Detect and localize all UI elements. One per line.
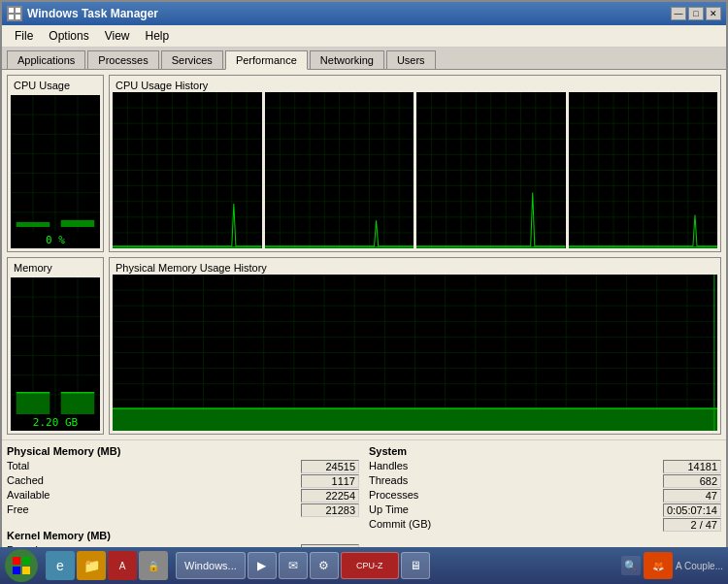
- svg-rect-14: [17, 222, 50, 227]
- folder-icon[interactable]: 📁: [77, 551, 106, 580]
- tray-search[interactable]: 🔍: [621, 556, 641, 575]
- svg-rect-107: [61, 393, 95, 414]
- stat-label-processes: Processes: [369, 489, 418, 503]
- svg-rect-2: [9, 15, 14, 19]
- menu-options[interactable]: Options: [41, 27, 96, 45]
- menu-view[interactable]: View: [97, 27, 138, 45]
- stat-label-commit: Commit (GB): [369, 518, 431, 532]
- svg-rect-1: [16, 8, 20, 13]
- taskbar: e 📁 A 🔒 Windows... ▶ ✉ ⚙: [0, 547, 728, 584]
- cpu-history-panel: CPU Usage History: [109, 75, 721, 252]
- svg-rect-0: [9, 8, 14, 13]
- quick-launch: e 📁 A 🔒: [46, 551, 168, 580]
- cpu-history-display: [113, 92, 717, 248]
- start-button[interactable]: [5, 549, 38, 582]
- cpu-usage-value: 0 %: [11, 232, 100, 248]
- stat-label-cached: Cached: [7, 474, 44, 488]
- stat-label-total: Total: [7, 460, 29, 473]
- stat-value-processes: 47: [663, 489, 721, 503]
- stat-value-handles: 14181: [663, 460, 721, 473]
- stat-row-free: Free 21283: [7, 503, 359, 517]
- tab-processes[interactable]: Processes: [87, 50, 158, 69]
- window-title: Windows Task Manager: [27, 7, 158, 20]
- cpu-core-2: [265, 92, 414, 248]
- stat-row-cached: Cached 1117: [7, 474, 359, 488]
- memory-history-panel: Physical Memory Usage History: [109, 257, 721, 435]
- bottom-row: Memory: [7, 257, 721, 435]
- tray-firefox[interactable]: 🦊: [644, 552, 673, 579]
- taskbar-cpu-z[interactable]: CPU-Z: [341, 552, 399, 579]
- taskbar-app-5[interactable]: 🖥: [401, 552, 430, 579]
- stat-label-handles: Handles: [369, 460, 408, 473]
- stat-row-uptime: Up Time 0:05:07:14: [369, 503, 721, 517]
- ie-icon[interactable]: e: [46, 551, 75, 580]
- taskbar-app-4[interactable]: ⚙: [310, 552, 339, 579]
- svg-rect-3: [16, 15, 20, 19]
- tab-applications[interactable]: Applications: [7, 50, 85, 69]
- performance-content: CPU Usage: [2, 70, 726, 439]
- taskbar-items: Windows... ▶ ✉ ⚙ CPU-Z 🖥: [176, 552, 618, 579]
- menu-bar: File Options View Help: [2, 25, 726, 48]
- memory-panel: Memory: [7, 257, 104, 435]
- close-button[interactable]: ✕: [706, 7, 721, 20]
- title-bar-left: Windows Task Manager: [7, 6, 158, 21]
- stat-row-commit: Commit (GB) 2 / 47: [369, 518, 721, 532]
- stat-row-threads: Threads 682: [369, 474, 721, 488]
- top-row: CPU Usage: [7, 75, 721, 252]
- cpu-panel-title: CPU Usage: [11, 79, 100, 92]
- main-window: Windows Task Manager — □ ✕ File Options …: [0, 0, 728, 584]
- stat-value-free: 21283: [301, 503, 359, 517]
- taskbar-item-windows-label: Windows...: [184, 560, 237, 571]
- tab-networking[interactable]: Networking: [310, 50, 384, 69]
- tabs-bar: Applications Processes Services Performa…: [2, 48, 726, 70]
- app-icon-2[interactable]: 🔒: [139, 551, 168, 580]
- stat-value-threads: 682: [663, 474, 721, 488]
- svg-rect-142: [22, 557, 30, 565]
- stat-value-commit: 2 / 47: [663, 518, 721, 532]
- taskbar-terminal[interactable]: ▶: [248, 552, 277, 579]
- memory-history-title: Physical Memory Usage History: [113, 261, 717, 275]
- stat-row-handles: Handles 14181: [369, 460, 721, 473]
- physical-memory-title: Physical Memory (MB): [7, 445, 359, 457]
- title-buttons: — □ ✕: [671, 7, 721, 20]
- stat-row-total: Total 24515: [7, 460, 359, 473]
- stat-label-threads: Threads: [369, 474, 408, 488]
- maximize-button[interactable]: □: [688, 7, 704, 20]
- taskbar-app-3[interactable]: ✉: [279, 552, 308, 579]
- tab-users[interactable]: Users: [386, 50, 436, 69]
- kernel-memory-title: Kernel Memory (MB): [7, 530, 359, 541]
- window-icon: [7, 6, 22, 21]
- title-bar: Windows Task Manager — □ ✕: [2, 2, 726, 25]
- memory-panel-title: Memory: [11, 261, 100, 275]
- menu-file[interactable]: File: [7, 27, 41, 45]
- cpu-usage-panel: CPU Usage: [7, 75, 104, 252]
- svg-rect-106: [17, 393, 50, 414]
- system-title: System: [369, 445, 721, 457]
- minimize-button[interactable]: —: [671, 7, 686, 20]
- cpu-core-3: [416, 92, 566, 248]
- system-tray: 🔍 🦊 A Couple...: [621, 552, 723, 579]
- cpu-gauge-display: [11, 95, 100, 232]
- tab-performance[interactable]: Performance: [225, 50, 308, 70]
- stat-value-uptime: 0:05:07:14: [663, 503, 721, 517]
- cpu-core-1: [113, 92, 262, 248]
- stat-value-available: 22254: [301, 489, 359, 503]
- memory-gauge-display: [11, 277, 100, 414]
- cpu-core-4: [569, 92, 718, 248]
- cpu-gauge-grid: [11, 95, 100, 232]
- stat-value-total: 24515: [301, 460, 359, 473]
- stat-row-processes: Processes 47: [369, 489, 721, 503]
- memory-gauge-grid: [11, 277, 100, 414]
- stat-label-free: Free: [7, 503, 29, 517]
- cpu-history-title: CPU Usage History: [113, 79, 717, 92]
- memory-usage-value: 2.20 GB: [11, 414, 100, 431]
- menu-help[interactable]: Help: [138, 27, 178, 45]
- tray-label: A Couple...: [676, 561, 723, 571]
- memory-history-display: [113, 275, 717, 431]
- svg-marker-139: [113, 408, 717, 431]
- app-icon-1[interactable]: A: [108, 551, 137, 580]
- svg-rect-144: [22, 567, 30, 574]
- stat-row-available: Available 22254: [7, 489, 359, 503]
- tab-services[interactable]: Services: [161, 50, 223, 69]
- taskbar-item-windows[interactable]: Windows...: [176, 552, 246, 579]
